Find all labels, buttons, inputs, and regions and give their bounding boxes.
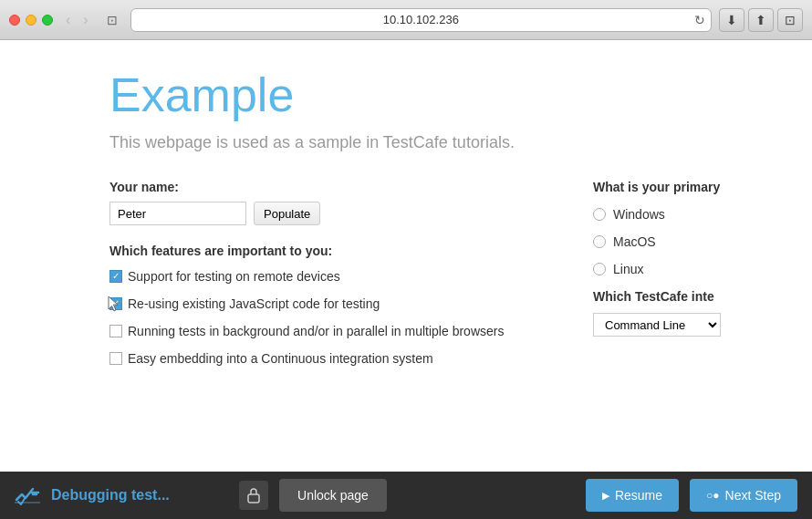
feature-label-3: Running tests in background and/or in pa… (128, 324, 504, 338)
name-row: Populate (109, 202, 538, 225)
your-name-label: Your name: (109, 180, 538, 194)
feature-item-4: Easy embedding into a Continuous integra… (109, 351, 538, 366)
next-step-label: Next Step (725, 488, 781, 503)
radio-linux[interactable] (593, 263, 606, 275)
radio-label-windows: Windows (613, 207, 665, 222)
browser-chrome: ‹ › ⊡ 10.10.102.236 ↻ ⬇ ⬆ ⊡ (0, 0, 812, 40)
radio-item-windows: Windows (593, 207, 757, 222)
form-section: Your name: Populate Which features are i… (109, 180, 776, 379)
checkbox-3[interactable] (109, 325, 122, 337)
page-content: Example This webpage is used as a sample… (0, 40, 812, 472)
checkbox-1[interactable] (109, 270, 122, 283)
resume-button[interactable]: Resume (586, 479, 679, 512)
form-left: Your name: Populate Which features are i… (109, 180, 538, 379)
download-button[interactable]: ⬇ (719, 8, 744, 32)
reload-button[interactable]: ↻ (694, 13, 705, 27)
next-step-icon: ○● (706, 489, 720, 502)
radio-windows[interactable] (593, 208, 606, 221)
nav-buttons: ‹ › (60, 10, 94, 30)
traffic-lights (9, 15, 53, 26)
debug-text: Debugging test... (51, 487, 228, 503)
feature-label-4: Easy embedding into a Continuous integra… (128, 351, 433, 366)
features-label: Which features are important to you: (109, 244, 538, 258)
debug-toolbar: Debugging test... Unlock page Resume ○● … (0, 472, 812, 519)
feature-label-2: Re-using existing JavaScript code for te… (128, 296, 380, 311)
debug-icon (15, 485, 40, 505)
window-mode-button[interactable]: ⊡ (101, 11, 123, 29)
fullscreen-button[interactable]: ⊡ (777, 8, 803, 32)
back-button[interactable]: ‹ (60, 10, 76, 30)
share-button[interactable]: ⬆ (748, 8, 774, 32)
radio-item-linux: Linux (593, 262, 757, 276)
resume-label: Resume (615, 488, 662, 503)
toolbar-right: ⬇ ⬆ ⊡ (719, 8, 803, 32)
address-bar[interactable]: 10.10.102.236 ↻ (130, 8, 712, 32)
address-text: 10.10.102.236 (383, 13, 459, 26)
feature-item-1: Support for testing on remote devices (109, 269, 538, 284)
name-input[interactable] (109, 202, 246, 225)
populate-button[interactable]: Populate (254, 202, 320, 225)
form-right: What is your primary Windows MacOS Linux… (593, 180, 776, 379)
minimize-button[interactable] (26, 15, 36, 26)
radio-label-macos: MacOS (613, 234, 656, 249)
interface-select[interactable]: Command Line (593, 313, 721, 337)
radio-item-macos: MacOS (593, 234, 757, 249)
feature-item-3: Running tests in background and/or in pa… (109, 324, 538, 338)
feature-item-2: Re-using existing JavaScript code for te… (109, 296, 538, 311)
close-button[interactable] (9, 15, 20, 26)
radio-macos[interactable] (593, 235, 606, 248)
page-subtitle: This webpage is used as a sample in Test… (109, 133, 776, 152)
maximize-button[interactable] (42, 15, 53, 26)
svg-rect-0 (248, 494, 259, 503)
radio-label-linux: Linux (613, 262, 643, 276)
checkbox-2[interactable] (109, 297, 122, 310)
os-label: What is your primary (593, 180, 757, 194)
feature-label-1: Support for testing on remote devices (128, 269, 340, 284)
checkbox-4[interactable] (109, 352, 122, 365)
forward-button[interactable]: › (78, 10, 93, 30)
page-title: Example (109, 67, 776, 122)
next-step-button[interactable]: ○● Next Step (690, 479, 797, 512)
lock-icon (246, 487, 261, 503)
unlock-page-button[interactable]: Unlock page (279, 479, 387, 512)
interface-label: Which TestCafe inte (593, 289, 757, 304)
lock-button[interactable] (239, 481, 268, 510)
